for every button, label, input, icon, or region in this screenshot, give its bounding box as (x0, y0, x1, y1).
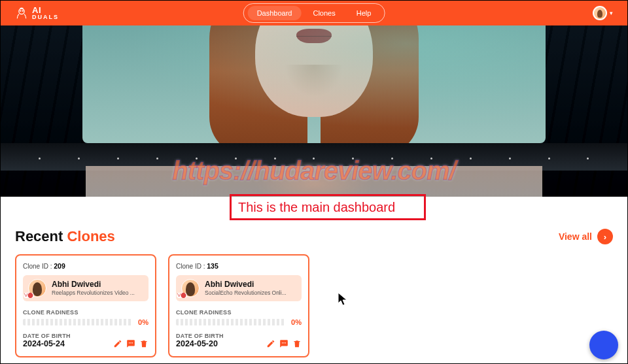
hero-banner (1, 25, 627, 197)
card-actions (266, 339, 302, 348)
mouse-cursor-icon (338, 292, 349, 310)
progress-value: 0% (138, 318, 148, 326)
floating-action-button[interactable] (589, 331, 618, 359)
chat-icon[interactable] (126, 339, 135, 348)
clone-user-row: Abhi Dwivedi Reelapps Revolutionizes Vid… (23, 275, 148, 301)
clone-user-name: Abhi Dwivedi (52, 280, 135, 290)
dob-value: 2024-05-20 (176, 339, 224, 348)
annotation-text: This is the main dashboard (238, 200, 395, 215)
svg-point-0 (19, 8, 24, 14)
edit-icon[interactable] (266, 339, 275, 348)
svg-point-5 (132, 342, 133, 344)
svg-point-8 (285, 342, 287, 344)
delete-icon[interactable] (292, 339, 302, 348)
clone-user-name: Abhi Dwivedi (205, 280, 287, 290)
recent-clones-section: Recent Clones View all › Clone ID : 209 … (1, 197, 627, 364)
brand-logo-text: AI DUALS (32, 6, 59, 20)
avatar-icon (593, 6, 607, 20)
dob-value: 2024-05-24 (23, 339, 71, 348)
clone-user-row: Abhi Dwivedi SocialEcho Revolutionizes O… (176, 275, 302, 301)
progress-bar (23, 319, 133, 325)
hero-feature-card (82, 25, 546, 143)
user-avatar-icon (181, 279, 200, 297)
svg-point-6 (282, 342, 283, 344)
chat-icon[interactable] (279, 339, 288, 348)
nav-clones[interactable]: Clones (304, 6, 344, 20)
delete-icon[interactable] (139, 339, 148, 348)
brand-logo-icon (15, 7, 28, 20)
dob-label: DATE OF BIRTH (176, 333, 224, 339)
main-nav: Dashboard Clones Help (243, 3, 385, 23)
dob-label: DATE OF BIRTH (23, 333, 71, 339)
readiness-progress: 0% (23, 318, 148, 326)
clone-user-subtitle: Reelapps Revolutionizes Video ... (52, 290, 135, 296)
arrow-right-icon: › (597, 229, 613, 244)
svg-point-2 (22, 10, 23, 11)
svg-point-1 (20, 10, 21, 11)
chevron-down-icon: ▾ (610, 10, 613, 16)
user-avatar-icon (28, 279, 46, 297)
progress-bar (176, 319, 286, 325)
brand-logo[interactable]: AI DUALS (15, 6, 59, 20)
readiness-label: CLONE RADINESS (23, 309, 148, 316)
app-header: AI DUALS Dashboard Clones Help ▾ (1, 1, 627, 25)
clone-id-label: Clone ID : 135 (176, 262, 302, 270)
section-title: Recent Clones (15, 228, 115, 245)
clone-card[interactable]: Clone ID : 135 Abhi Dwivedi SocialEcho R… (168, 254, 309, 357)
svg-point-3 (129, 342, 130, 344)
readiness-label: CLONE RADINESS (176, 309, 302, 316)
clone-id-label: Clone ID : 209 (23, 262, 148, 270)
svg-point-7 (283, 342, 285, 344)
readiness-progress: 0% (176, 318, 302, 326)
user-menu[interactable]: ▾ (593, 6, 613, 20)
svg-point-4 (130, 342, 131, 344)
progress-value: 0% (291, 318, 302, 326)
clone-card[interactable]: Clone ID : 209 Abhi Dwivedi Reelapps Rev… (15, 254, 156, 357)
view-all-link[interactable]: View all › (559, 229, 613, 244)
card-actions (113, 339, 148, 348)
annotation-callout: This is the main dashboard (230, 194, 426, 220)
nav-help[interactable]: Help (347, 6, 381, 20)
clone-user-subtitle: SocialEcho Revolutionizes Onli... (205, 290, 287, 296)
edit-icon[interactable] (113, 339, 122, 348)
nav-dashboard[interactable]: Dashboard (248, 6, 302, 20)
clone-card-list: Clone ID : 209 Abhi Dwivedi Reelapps Rev… (15, 254, 613, 357)
